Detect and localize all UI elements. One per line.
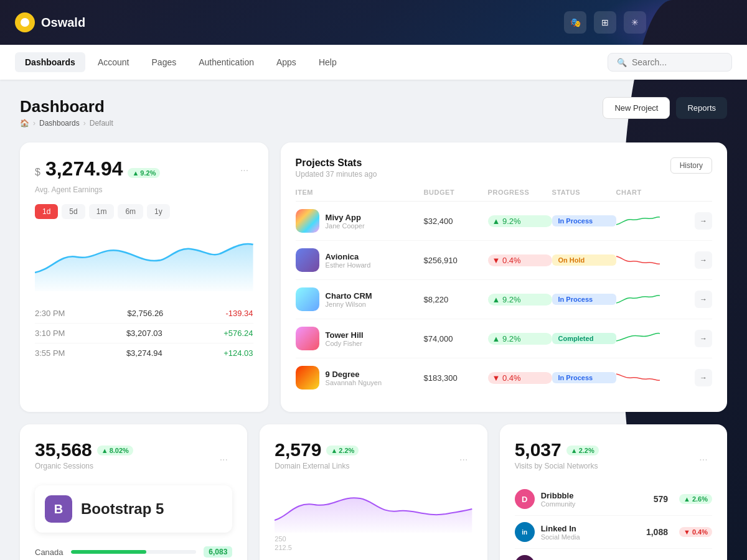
project-name-9degree: 9 Degree [326,370,382,379]
breadcrumb-default: Default [90,119,113,128]
breadcrumb: 🏠 › Dashboards › Default [20,119,113,128]
social-networks-menu[interactable]: ··· [695,451,712,469]
earnings-row-3: 3:55 PM $3,274.94 +124.03 [35,343,253,363]
earnings-menu-btn[interactable]: ··· [236,162,253,179]
organic-sessions-label: Organic Sessions [35,462,133,470]
project-progress-9degree: ▼ 0.4% [488,372,552,384]
project-budget-9degree: $183,300 [424,373,488,383]
chat-icon[interactable]: ⊞ [594,11,616,34]
project-avatar-charto [296,287,319,311]
currency-symbol: $ [35,167,40,178]
bootstrap-icon: B [45,495,72,523]
search-input[interactable] [632,57,723,67]
time-2: 3:10 PM [35,329,65,338]
notification-icon[interactable]: 🎭 [564,11,586,34]
earnings-row-1: 2:30 PM $2,756.26 -139.34 [35,304,253,324]
project-row-charto: Charto CRM Jenny Wilson $8,220 ▲ 9.2% In… [296,280,712,319]
projects-card-header: Projects Stats Updated 37 minutes ago Hi… [296,157,712,179]
nav-item-account[interactable]: Account [88,52,139,72]
history-button[interactable]: History [670,157,712,174]
project-info-avionica: Avionica Esther Howard [296,248,424,272]
top-bar: Oswald 🎭 ⊞ ✳ JD + Invite [0,0,747,45]
project-status-tower: Completed [552,333,616,344]
invite-button[interactable]: + Invite [684,12,732,32]
social-items-list: D Dribbble Community 579 ▲ 2.6% in Linke… [515,483,712,560]
linkedin-icon: in [515,522,535,542]
project-person-mivy: Jane Cooper [326,222,365,230]
page-title: Dashboard [20,97,113,116]
project-view-mivy[interactable]: → [695,212,712,230]
project-budget-tower: $74,000 [424,334,488,343]
reports-button[interactable]: Reports [676,97,727,119]
project-budget-avionica: $256,910 [424,256,488,265]
bottom-grid: 35,568 ▲ 8.02% Organic Sessions ··· B Bo… [20,424,727,560]
organic-sessions-value: 35,568 [35,439,92,460]
earnings-row-2: 3:10 PM $3,207.03 +576.24 [35,324,253,343]
main-grid: $ 3,274.94 ▲ 9.2% ··· Avg. Agent Earning… [20,142,727,412]
time-filter-5d[interactable]: 5d [62,204,85,219]
projects-card: Projects Stats Updated 37 minutes ago Hi… [281,142,727,412]
projects-title: Projects Stats [296,157,377,169]
breadcrumb-dashboards[interactable]: Dashboards [39,119,80,128]
earnings-badge-val: 9.2% [140,169,156,177]
project-avatar-9degree [296,366,319,390]
amount-3: $3,274.94 [126,348,162,358]
map-row-canada: Canada 6,083 [35,543,232,560]
linkedin-change: ▼ 0.4% [679,527,712,537]
nav-item-authentication[interactable]: Authentication [189,52,264,72]
project-view-9degree[interactable]: → [695,369,712,386]
top-bar-actions: 🎭 ⊞ ✳ JD + Invite [564,11,732,34]
project-chart-mivy [616,212,660,230]
map-country-canada: Canada [35,548,63,557]
change-3: +124.03 [223,348,253,358]
time-filters: 1d 5d 1m 6m 1y [35,204,253,219]
project-name-tower: Tower Hill [326,330,364,340]
project-info-charto: Charto CRM Jenny Wilson [296,287,424,311]
main-nav: Dashboards Account Pages Authentication … [0,45,747,80]
project-row-mivy: Mivy App Jane Cooper $32,400 ▲ 9.2% In P… [296,202,712,241]
dribbble-icon: D [515,489,535,509]
project-name-avionica: Avionica [326,252,371,261]
breadcrumb-home-icon: 🏠 [20,119,29,128]
nav-item-help[interactable]: Help [309,52,347,72]
up-arrow-icon: ▲ [132,169,139,177]
organic-sessions-menu[interactable]: ··· [215,451,232,469]
projects-table-header: ITEM BUDGET PROGRESS STATUS CHART [296,189,712,202]
organic-sessions-badge: ▲ 8.02% [97,446,133,455]
social-networks-label: Visits by Social Networks [515,462,599,470]
new-project-button[interactable]: New Project [603,97,670,119]
time-filter-1m[interactable]: 1m [89,204,115,219]
social-item-linkedin: in Linked In Social Media 1,088 ▼ 0.4% [515,516,712,549]
project-view-tower[interactable]: → [695,330,712,347]
social-networks-badge: ▲ 2.2% [566,446,599,455]
earnings-subtitle: Avg. Agent Earnings [35,185,253,194]
social-networks-card: 5,037 ▲ 2.2% Visits by Social Networks ·… [500,424,727,560]
logo-text: Oswald [41,16,85,30]
domain-links-menu[interactable]: ··· [455,451,472,469]
project-chart-charto [616,291,660,308]
page-header: Dashboard 🏠 › Dashboards › Default New P… [20,97,727,128]
nav-item-pages[interactable]: Pages [142,52,187,72]
time-1: 2:30 PM [35,309,65,318]
col-status: STATUS [552,189,616,196]
linkedin-count: 1,088 [646,527,668,537]
nav-item-apps[interactable]: Apps [266,52,306,72]
earnings-badge: ▲ 9.2% [128,168,160,178]
project-status-9degree: In Process [552,372,616,383]
project-view-avionica[interactable]: → [695,251,712,269]
domain-links-card: 2,579 ▲ 2.2% Domain External Links ··· [260,424,487,560]
project-row-9degree: 9 Degree Savannah Nguyen $183,300 ▼ 0.4%… [296,358,712,397]
breadcrumb-sep2: › [83,119,86,128]
project-avatar-avionica [296,248,319,272]
share-icon[interactable]: ✳ [624,11,646,34]
project-view-charto[interactable]: → [695,291,712,308]
user-avatar[interactable]: JD [654,11,676,34]
time-filter-1y[interactable]: 1y [147,204,170,219]
project-chart-9degree [616,369,660,386]
time-filter-1d[interactable]: 1d [35,204,58,219]
time-filter-6m[interactable]: 6m [118,204,143,219]
project-person-charto: Jenny Wilson [326,301,372,308]
map-val-canada: 6,083 [204,546,232,558]
nav-item-dashboards[interactable]: Dashboards [15,52,85,72]
bootstrap-label: Bootstrap 5 [81,500,164,518]
